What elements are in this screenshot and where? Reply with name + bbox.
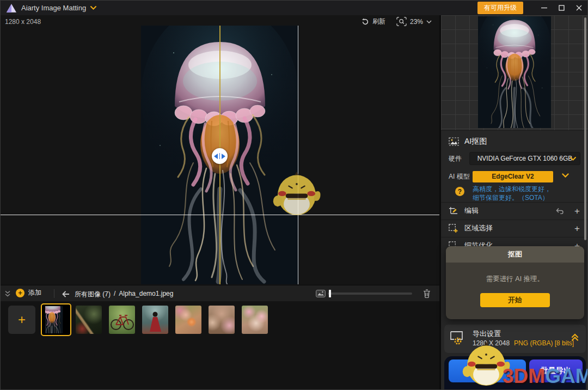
canvas[interactable]: 1280 x 2048 刷新 23% [1,15,440,285]
collapse-chevron-up-icon[interactable] [571,333,579,342]
help-icon[interactable]: ? [455,187,464,196]
hardware-value: NVIDIA GeForce GTX 1060 6GB [477,155,573,162]
thumbnail[interactable] [109,306,135,334]
back-arrow-button[interactable] [62,290,70,300]
app-title: Aiarty Image Matting [21,4,86,12]
title-bar: Aiarty Image Matting 有可用升级 [1,1,587,15]
refresh-label: 刷新 [372,17,385,26]
filmstrip-toolbar: + 添加 所有图像 (7) / Alpha_demo1.jpeg [1,285,440,301]
upgrade-available-button[interactable]: 有可用升级 [477,2,523,14]
edit-icon [449,206,458,216]
delete-image-button[interactable] [423,289,431,300]
refresh-icon [362,18,369,26]
canvas-toolbar: 刷新 23% [362,17,432,26]
breadcrumb-file: Alpha_demo1.jpeg [119,290,173,299]
title-menu-chevron-icon[interactable] [90,6,96,10]
ai-matting-title: AI抠图 [464,137,487,147]
matting-popup-title: 抠图 [446,246,584,263]
right-panel: AI抠图 硬件 NVIDIA GeForce GTX 1060 6GB AI 模… [439,15,587,389]
thumbnail[interactable] [242,306,268,334]
zoom-value: 23% [410,18,423,26]
collapse-filmstrip-button[interactable] [4,290,11,300]
panel-scrollbar[interactable] [584,17,586,240]
thumbnail-size-icon [316,290,326,300]
navigator-preview[interactable] [441,15,587,131]
export-batch-button[interactable]: 批量导出 [529,359,583,382]
app-window: Aiarty Image Matting 有可用升级 1280 x 2048 刷… [0,0,588,390]
slider-thumb[interactable] [329,290,331,297]
export-settings-panel[interactable]: 导出设置 1280 X 2048 PNG (RGBA) [8 bits] [444,325,586,353]
matting-popup: 抠图 需要进行 AI 推理。 开始 [446,246,584,319]
thumbnail-selected[interactable] [41,303,71,336]
section-edit[interactable]: 编辑 + [441,202,587,219]
hardware-row: 硬件 NVIDIA GeForce GTX 1060 6GB [441,151,587,166]
export-settings-title: 导出设置 [473,329,501,339]
minimize-button[interactable] [535,1,553,15]
breadcrumb-separator: / [114,290,115,299]
export-single-button[interactable]: 单张导出 [449,359,526,382]
export-button-dock: 单张导出 批量导出 [444,356,586,390]
start-button[interactable]: 开始 [480,293,550,307]
zoom-chevron-down-icon [426,20,432,23]
hardware-chevron-icon [570,157,576,161]
zoom-control[interactable]: 23% [396,17,432,26]
hardware-select[interactable]: NVIDIA GeForce GTX 1060 6GB [469,152,580,165]
section-add-icon[interactable]: + [574,224,580,233]
export-format: PNG (RGBA) [8 bits] [514,339,574,347]
thumbnail-size-slider[interactable] [328,292,412,295]
thumbnail[interactable] [209,306,235,334]
matting-popup-message: 需要进行 AI 推理。 [446,275,584,284]
app-logo-icon [6,3,17,13]
thumbnail[interactable] [76,306,102,334]
model-description-line2: 细节保留更好。（SOTA） [473,194,549,202]
section-add-icon[interactable]: + [574,206,580,216]
breadcrumb-folder[interactable]: 所有图像 (7) [75,290,111,299]
add-images-button[interactable]: + 添加 [16,288,41,297]
ai-model-label: AI 模型 [449,172,470,181]
model-description: 高精度，边缘和锐度更好， 细节保留更好。（SOTA） [473,185,551,202]
undo-icon[interactable] [555,208,565,214]
slider-slit [219,153,220,159]
export-settings-summary: 1280 X 2048 PNG (RGBA) [8 bits] [473,339,574,347]
image-size-label: 1280 x 2048 [5,18,41,26]
ai-model-row: AI 模型 EdgeClear V2 [441,170,587,183]
refresh-button[interactable]: 刷新 [362,17,385,26]
maximize-button[interactable] [553,1,570,15]
add-label: 添加 [28,288,41,297]
toolbar-divider [54,289,54,298]
section-region-label: 区域选择 [464,223,493,233]
slider-arrow-left-icon [214,154,218,159]
preview-image-jellyfish [478,16,551,128]
thumbnail[interactable] [175,306,201,334]
mascot-watermark-canvas [272,169,322,217]
compare-slider-handle[interactable] [212,148,228,164]
add-plus-icon: + [18,312,26,327]
export-size: 1280 X 2048 [473,339,510,347]
horizontal-guide-line [1,215,440,215]
add-image-tile[interactable]: + [8,306,35,334]
model-description-line1: 高精度，边缘和锐度更好， [473,185,551,193]
vertical-guide-line [298,26,298,284]
ai-model-chevron-icon[interactable] [562,173,569,178]
add-plus-icon: + [16,289,24,297]
breadcrumb: 所有图像 (7) / Alpha_demo1.jpeg [75,290,173,299]
region-select-icon [449,224,458,233]
slider-arrow-right-icon [222,154,225,159]
hardware-label: 硬件 [449,154,462,163]
filmstrip: + [1,301,440,390]
ai-matting-icon [449,137,459,146]
ai-model-value: EdgeClear V2 [492,173,534,180]
export-settings-icon [450,331,467,346]
ai-model-select[interactable]: EdgeClear V2 [473,171,553,182]
close-button[interactable] [570,1,587,15]
thumbnail[interactable] [142,306,168,334]
section-edit-label: 编辑 [464,206,479,216]
section-region-select[interactable]: 区域选择 + [441,220,587,236]
zoom-magnifier-icon [396,17,407,26]
ai-matting-header: AI抠图 [441,133,587,150]
